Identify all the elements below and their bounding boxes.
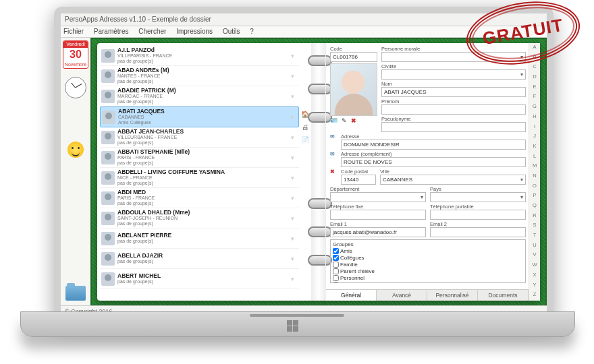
contact-row[interactable]: ABELLA DJAZIRpas de groupe(s)▾ (100, 249, 299, 269)
contact-photo[interactable] (330, 63, 377, 116)
field-pseudo[interactable] (381, 122, 526, 132)
alpha-O[interactable]: O (529, 182, 540, 192)
print-icon[interactable]: 🖨 (300, 123, 310, 131)
alpha-B[interactable]: B (529, 53, 540, 63)
field-email1[interactable]: jacques.abati@wanadoo.fr (330, 227, 426, 237)
group-checkbox[interactable] (333, 282, 339, 283)
alpha-U[interactable]: U (529, 241, 540, 251)
mail-icon-2[interactable]: ✉ (330, 151, 337, 167)
folder-gadget[interactable] (65, 286, 86, 301)
field-tel-fixe[interactable] (330, 210, 426, 220)
contact-row[interactable]: ABBATI STEPHANIE (Mlle)PARIS - FRANCEpas… (100, 148, 299, 168)
menu-help[interactable]: ? (250, 28, 254, 35)
binder: A.I.L PANZOdVILLEPARISIS - FRANCEpas de … (97, 43, 540, 301)
contact-groups: pas de groupe(s) (117, 201, 287, 206)
photo-delete-icon[interactable]: ✖ (351, 117, 356, 124)
group-option[interactable]: Famille (333, 262, 523, 268)
group-option[interactable]: Collègues (333, 255, 523, 262)
group-option[interactable]: Parent d'élève (333, 268, 523, 275)
tab-personnalise[interactable]: Personnalisé (427, 290, 478, 301)
alpha-L[interactable]: L (529, 152, 540, 162)
contact-location: NANTES - FRANCE (117, 73, 287, 79)
alpha-X[interactable]: X (529, 271, 540, 281)
contact-avatar (101, 252, 115, 266)
alpha-D[interactable]: D (529, 73, 540, 83)
field-dept[interactable] (330, 192, 426, 202)
alpha-M[interactable]: M (529, 162, 540, 172)
field-civilite[interactable] (381, 69, 526, 80)
field-nom[interactable]: ABATI JACQUES (381, 87, 526, 97)
photo-edit-icon[interactable]: ✎ (342, 117, 347, 124)
field-prenom[interactable] (381, 104, 526, 115)
alpha-K[interactable]: K (529, 142, 540, 152)
alpha-Z[interactable]: Z (529, 291, 540, 301)
mail-icon[interactable]: ✉ (330, 133, 337, 150)
contact-row[interactable]: ABERT MICHELpas de groupe(s)▾ (100, 269, 299, 289)
alpha-Y[interactable]: Y (529, 281, 540, 291)
alpha-H[interactable]: H (529, 113, 540, 123)
contact-row[interactable]: ABDELLI - LIVING COIFFURE YASMINANICE - … (100, 168, 299, 188)
alpha-P[interactable]: P (529, 191, 540, 202)
group-option[interactable]: Professionnel (333, 282, 523, 283)
field-adresse[interactable]: DOMAINE MONDESIR (341, 140, 526, 150)
group-option[interactable]: Personnel (333, 275, 523, 282)
alpha-S[interactable]: S (529, 221, 540, 231)
contact-avatar (101, 232, 115, 245)
group-checkbox[interactable] (333, 255, 339, 261)
alpha-V[interactable]: V (529, 251, 540, 261)
alpha-E[interactable]: E (529, 83, 540, 93)
label-tel-fixe: Téléphone fixe (330, 204, 426, 210)
menu-impressions[interactable]: Impressions (176, 28, 213, 35)
contact-row[interactable]: ABADIE PATRICK (M)MARCIAC - FRANCEpas de… (100, 86, 299, 107)
group-checkbox[interactable] (333, 248, 339, 254)
contact-row[interactable]: A.I.L PANZOdVILLEPARISIS - FRANCEpas de … (100, 46, 299, 66)
field-code[interactable]: CL001786 (330, 52, 377, 62)
alpha-N[interactable]: N (529, 172, 540, 182)
group-checkbox[interactable] (333, 268, 339, 274)
export-icon[interactable]: 📄 (300, 136, 310, 144)
alpha-C[interactable]: C (529, 63, 540, 73)
menu-outils[interactable]: Outils (223, 28, 240, 35)
contact-location: SAINT-JOSEPH - REUNION (117, 216, 287, 221)
contact-row[interactable]: ABELANET PIERREpas de groupe(s)▾ (100, 229, 299, 249)
alpha-G[interactable]: G (529, 102, 540, 113)
contact-groups: pas de groupe(s) (117, 99, 287, 104)
field-email2[interactable] (430, 227, 526, 237)
contact-row[interactable]: ABDI MEDPARIS - FRANCEpas de groupe(s)▾ (100, 188, 299, 208)
alpha-T[interactable]: T (529, 231, 540, 241)
tab-avance[interactable]: Avancé (377, 290, 427, 301)
alpha-I[interactable]: I (529, 123, 540, 133)
tab-documents[interactable]: Documents (478, 290, 529, 301)
contact-row[interactable]: ABAD ANDREs (M)NANTES - FRANCEpas de gro… (100, 66, 299, 86)
field-pays[interactable] (430, 192, 526, 202)
label-pseudo: Pseudonyme (381, 116, 526, 122)
contact-row[interactable]: ABBAT JEAN-CHARLESVILLEURBANNE - FRANCEp… (100, 127, 299, 148)
tab-general[interactable]: Général (326, 290, 377, 301)
alpha-J[interactable]: J (529, 132, 540, 142)
contact-row[interactable]: ABATI JACQUESCABANNESAmis Collègues▾ (100, 107, 299, 127)
contact-list[interactable]: A.I.L PANZOdVILLEPARISIS - FRANCEpas de … (100, 46, 299, 298)
chevron-icon: ▾ (287, 215, 298, 222)
window-title: PersoApps Adresses v1.10 - Exemple de do… (61, 13, 547, 26)
group-checkbox[interactable] (333, 262, 339, 268)
alpha-Q[interactable]: Q (529, 202, 540, 212)
field-cp[interactable]: 13440 (341, 175, 376, 185)
group-checkbox[interactable] (333, 275, 339, 281)
alpha-W[interactable]: W (529, 261, 540, 271)
label-cp: Code postal (341, 169, 376, 175)
menu-chercher[interactable]: Chercher (138, 28, 166, 35)
field-tel-port[interactable] (430, 210, 526, 220)
alpha-F[interactable]: F (529, 92, 540, 102)
alpha-A[interactable]: A (529, 43, 540, 53)
field-ville[interactable]: CABANNES (380, 175, 526, 185)
field-pers-morale[interactable] (381, 52, 526, 62)
photo-card-icon[interactable]: 🪪 (330, 117, 338, 124)
menu-parametres[interactable]: Paramètres (94, 28, 129, 35)
clear-cp-icon[interactable]: ✖ (330, 169, 337, 185)
alpha-R[interactable]: R (529, 212, 540, 222)
contact-row[interactable]: ABDOULA DHALED (Mme)SAINT-JOSEPH - REUNI… (100, 208, 299, 229)
field-adresse2[interactable]: ROUTE DE NOVES (341, 157, 526, 167)
group-option[interactable]: Amis (333, 248, 523, 255)
contact-avatar (101, 191, 115, 205)
menu-fichier[interactable]: Fichier (63, 28, 84, 35)
